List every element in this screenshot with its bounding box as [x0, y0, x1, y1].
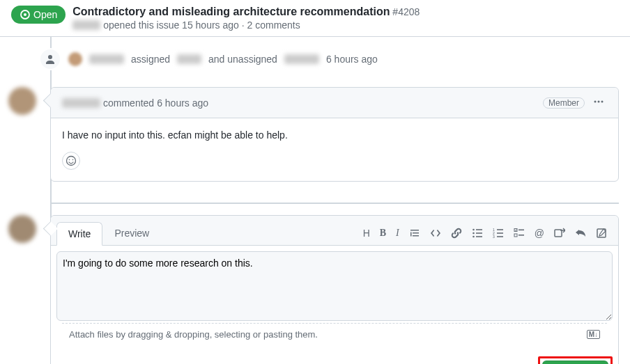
assignee-name[interactable] [177, 54, 201, 64]
commenter-name[interactable] [62, 98, 100, 108]
attach-hint-text: Attach files by dragging & dropping, sel… [69, 329, 318, 340]
svg-text:3: 3 [493, 235, 495, 239]
issue-number: #4208 [392, 6, 420, 17]
comment-header: commented 6 hours ago Member [51, 88, 618, 118]
issue-open-icon [20, 9, 31, 20]
markdown-icon[interactable]: M↓ [587, 330, 600, 339]
italic-icon[interactable]: I [396, 228, 399, 239]
comment-button[interactable]: Comment [542, 361, 608, 364]
quote-icon[interactable] [409, 228, 420, 239]
svg-point-3 [598, 101, 600, 103]
svg-point-1 [24, 13, 26, 16]
opened-meta-text: opened this issue 15 hours ago · 2 comme… [103, 19, 300, 31]
avatar[interactable] [8, 87, 36, 115]
status-badge: Open [11, 6, 66, 24]
svg-point-6 [69, 159, 70, 161]
svg-point-10 [472, 236, 475, 238]
tab-write[interactable]: Write [56, 222, 102, 246]
issue-title: Contradictory and misleading architectur… [72, 6, 390, 17]
cross-reference-icon[interactable] [554, 228, 565, 239]
formatting-toolbar: H B I 123 @ [363, 228, 613, 239]
bold-icon[interactable]: B [380, 228, 386, 239]
avatar[interactable] [68, 52, 82, 66]
svg-point-4 [601, 101, 604, 103]
attach-hint-bar[interactable]: Attach files by dragging & dropping, sel… [62, 323, 607, 345]
assigned-text: assigned [131, 54, 170, 65]
svg-rect-13 [476, 236, 482, 237]
author-name[interactable] [72, 20, 100, 30]
event-time: 6 hours ago [326, 54, 378, 65]
unassigned-text: and unassigned [208, 54, 277, 65]
issue-header: Open Contradictory and misleading archit… [0, 0, 630, 37]
svg-rect-11 [476, 229, 482, 230]
svg-rect-23 [518, 235, 524, 236]
comment: commented 6 hours ago Member I have no i… [50, 87, 619, 182]
timeline-event-assign: assigned and unassigned 6 hours ago [50, 37, 619, 81]
person-icon-badge [39, 48, 61, 70]
ul-icon[interactable] [472, 228, 483, 239]
svg-point-2 [594, 101, 597, 103]
svg-point-5 [67, 157, 76, 166]
svg-rect-12 [476, 232, 482, 234]
comment-button-highlight: Comment [538, 356, 613, 364]
comment-body: I have no input into this. ecfan might b… [51, 118, 618, 152]
kebab-icon[interactable] [590, 93, 607, 112]
add-reaction-button[interactable] [62, 152, 80, 170]
actor-name[interactable] [89, 54, 124, 64]
tab-preview[interactable]: Preview [102, 221, 161, 245]
svg-rect-19 [497, 236, 503, 237]
svg-point-8 [472, 229, 475, 231]
svg-point-7 [72, 159, 74, 161]
compose-area: Write Preview H B I 123 @ [50, 203, 619, 364]
comment-action: commented [103, 97, 154, 109]
compose-tabs: Write Preview H B I 123 @ [51, 216, 618, 246]
saved-replies-icon[interactable] [596, 228, 607, 239]
svg-rect-21 [514, 234, 517, 237]
comment-textarea[interactable] [56, 251, 613, 321]
svg-rect-22 [518, 230, 524, 231]
member-badge: Member [543, 97, 585, 109]
tasklist-icon[interactable] [514, 228, 525, 239]
issue-meta: opened this issue 15 hours ago · 2 comme… [72, 19, 619, 31]
ol-icon[interactable]: 123 [493, 228, 504, 239]
person-icon [45, 54, 56, 65]
svg-rect-17 [497, 229, 503, 230]
svg-point-9 [472, 232, 475, 235]
mention-icon[interactable]: @ [535, 228, 544, 239]
svg-rect-18 [497, 232, 503, 234]
comment-time[interactable]: 6 hours ago [157, 97, 208, 109]
reply-icon[interactable] [575, 228, 586, 239]
code-icon[interactable] [430, 228, 441, 239]
smiley-icon [66, 155, 77, 166]
unassignee-name[interactable] [284, 54, 319, 64]
avatar[interactable] [8, 215, 36, 243]
status-text: Open [33, 9, 57, 20]
heading-icon[interactable]: H [363, 228, 370, 239]
link-icon[interactable] [451, 228, 462, 239]
